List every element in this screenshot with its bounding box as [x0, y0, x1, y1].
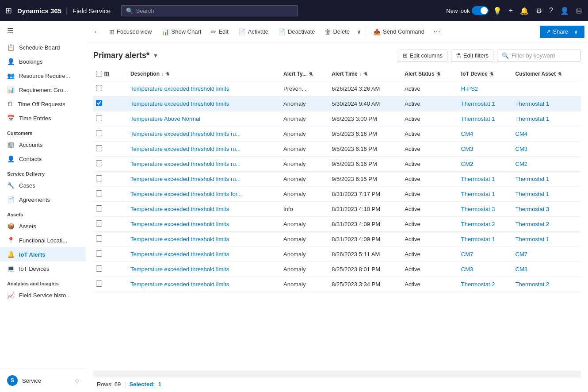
- focused-view-button[interactable]: ⊞ Focused view: [105, 26, 156, 38]
- row-description[interactable]: Temperature exceeded threshold limits: [126, 217, 279, 232]
- user-profile-button[interactable]: 👤: [557, 4, 572, 18]
- row-customer-asset[interactable]: CM3: [511, 142, 581, 157]
- row-checkbox-cell[interactable]: [93, 157, 112, 172]
- help-button[interactable]: ?: [546, 4, 556, 17]
- new-look-toggle[interactable]: [472, 6, 489, 15]
- sidebar-item-functional-locati[interactable]: 📍 Functional Locati...: [0, 233, 86, 247]
- search-input[interactable]: [136, 8, 293, 14]
- row-description[interactable]: Temperature exceeded threshold limits: [126, 262, 279, 277]
- row-checkbox-cell[interactable]: [93, 202, 112, 217]
- row-iot-device[interactable]: Thermostat 2: [457, 217, 511, 232]
- row-description[interactable]: Temperature exceeded threshold limits: [126, 247, 279, 262]
- row-customer-asset[interactable]: Thermostat 2: [511, 277, 581, 292]
- search-bar[interactable]: 🔍: [121, 5, 298, 16]
- row-checkbox-cell[interactable]: [93, 187, 112, 202]
- row-checkbox-cell[interactable]: [93, 172, 112, 187]
- delete-button[interactable]: 🗑 Delete: [320, 26, 354, 38]
- row-checkbox[interactable]: [96, 145, 102, 151]
- row-checkbox-cell[interactable]: [93, 217, 112, 232]
- ellipsis-button[interactable]: ⋯: [430, 25, 444, 38]
- row-iot-device[interactable]: CM4: [457, 127, 511, 142]
- row-checkbox-cell[interactable]: [93, 247, 112, 262]
- sidebar-hamburger[interactable]: ☰: [0, 21, 86, 40]
- sidebar-item-iot-alerts[interactable]: 🔔 IoT Alerts: [0, 247, 86, 261]
- row-checkbox-cell[interactable]: [93, 277, 112, 292]
- header-iot-device[interactable]: IoT Device ⚗: [457, 67, 511, 81]
- row-iot-device[interactable]: CM3: [457, 142, 511, 157]
- row-iot-device[interactable]: Thermostat 3: [457, 202, 511, 217]
- row-description[interactable]: Temperature Above Normal: [126, 111, 279, 127]
- row-checkbox[interactable]: [96, 265, 102, 272]
- row-checkbox-cell[interactable]: [93, 96, 112, 111]
- lightbulb-button[interactable]: 💡: [490, 4, 504, 18]
- row-checkbox[interactable]: [96, 235, 102, 242]
- row-checkbox-cell[interactable]: [93, 142, 112, 157]
- header-select-all[interactable]: ⊞: [93, 67, 112, 81]
- filter-input-wrapper[interactable]: 🔍: [497, 50, 581, 61]
- grid-title-chevron-icon[interactable]: ▼: [153, 53, 158, 59]
- row-description[interactable]: Temperature exceeded threshold limits fo…: [126, 187, 279, 202]
- row-customer-asset[interactable]: Thermostat 1: [511, 96, 581, 111]
- row-checkbox[interactable]: [96, 190, 102, 196]
- sidebar-item-resource-require[interactable]: 👥 Resource Require...: [0, 69, 86, 83]
- horizontal-scrollbar[interactable]: [93, 371, 581, 376]
- sidebar-item-field-service-histo[interactable]: 📈 Field Service histo...: [0, 288, 86, 302]
- header-alert-time[interactable]: Alert Time ↓ ⚗: [327, 67, 400, 81]
- add-button[interactable]: +: [506, 4, 515, 17]
- edit-filters-button[interactable]: ⚗ Edit filters: [451, 50, 493, 61]
- row-iot-device[interactable]: Thermostat 1: [457, 111, 511, 127]
- sidebar-item-time-entries[interactable]: 📅 Time Entries: [0, 111, 86, 125]
- activate-button[interactable]: 📄 Activate: [234, 26, 273, 38]
- row-customer-asset[interactable]: Thermostat 1: [511, 187, 581, 202]
- row-customer-asset[interactable]: Thermostat 2: [511, 217, 581, 232]
- row-description[interactable]: Temperature exceeded threshold limits: [126, 202, 279, 217]
- filter-keyword-input[interactable]: [512, 52, 576, 59]
- header-alert-status[interactable]: Alert Status ⚗: [400, 67, 457, 81]
- row-checkbox-cell[interactable]: [93, 232, 112, 247]
- show-chart-button[interactable]: 📊 Show Chart: [157, 26, 206, 38]
- sidebar-item-iot-devices[interactable]: 💻 IoT Devices: [0, 261, 86, 276]
- row-checkbox-cell[interactable]: [93, 111, 112, 127]
- row-checkbox[interactable]: [96, 220, 102, 227]
- row-customer-asset[interactable]: Thermostat 1: [511, 111, 581, 127]
- row-iot-device[interactable]: CM7: [457, 247, 511, 262]
- row-description[interactable]: Temperature exceeded threshold limits ru…: [126, 157, 279, 172]
- waffle-icon[interactable]: ⊞: [4, 4, 14, 17]
- row-iot-device[interactable]: Thermostat 2: [457, 277, 511, 292]
- row-customer-asset[interactable]: CM3: [511, 262, 581, 277]
- row-checkbox[interactable]: [96, 175, 102, 181]
- row-checkbox[interactable]: [96, 115, 102, 121]
- notifications-button[interactable]: 🔔: [517, 4, 531, 18]
- row-checkbox-cell[interactable]: [93, 127, 112, 142]
- row-customer-asset[interactable]: Thermostat 3: [511, 202, 581, 217]
- row-checkbox[interactable]: [96, 281, 102, 287]
- edit-button[interactable]: ✏ Edit: [206, 26, 233, 38]
- row-description[interactable]: Temperature exceeded threshold limits: [126, 232, 279, 247]
- row-iot-device[interactable]: Thermostat 1: [457, 232, 511, 247]
- settings-button[interactable]: ⚙: [533, 4, 545, 18]
- sidebar-item-accounts[interactable]: 🏢 Accounts: [0, 138, 86, 152]
- sidebar-bottom-service[interactable]: S Service ◇: [0, 372, 86, 389]
- row-checkbox[interactable]: [96, 85, 102, 91]
- row-description[interactable]: Temperature exceeded threshold limits ru…: [126, 142, 279, 157]
- send-command-button[interactable]: 📤 Send Command: [369, 26, 429, 38]
- select-all-checkbox[interactable]: [96, 71, 102, 77]
- sidebar-item-assets[interactable]: 📦 Assets: [0, 219, 86, 233]
- back-button[interactable]: ←: [90, 25, 104, 38]
- row-description[interactable]: Temperature exceeded threshold limits ru…: [126, 172, 279, 187]
- row-description[interactable]: Temperature exceeded threshold limits ru…: [126, 127, 279, 142]
- row-iot-device[interactable]: CM3: [457, 262, 511, 277]
- row-description[interactable]: Temperature exceeded threshold limits: [126, 96, 279, 111]
- sidebar-item-schedule-board[interactable]: 📋 Schedule Board: [0, 40, 86, 54]
- sidebar-item-bookings[interactable]: 👤 Bookings: [0, 54, 86, 69]
- row-iot-device[interactable]: Thermostat 1: [457, 96, 511, 111]
- row-customer-asset[interactable]: CM2: [511, 157, 581, 172]
- sidebar-item-contacts[interactable]: 👤 Contacts: [0, 152, 86, 166]
- sidebar-item-cases[interactable]: 🔧 Cases: [0, 178, 86, 192]
- row-checkbox[interactable]: [96, 205, 102, 211]
- row-iot-device[interactable]: Thermostat 1: [457, 172, 511, 187]
- sidebar-item-time-off[interactable]: 🗓 Time Off Requests: [0, 97, 86, 111]
- row-checkbox-cell[interactable]: [93, 262, 112, 277]
- row-customer-asset[interactable]: CM7: [511, 247, 581, 262]
- header-customer-asset[interactable]: Customer Asset ⚗: [511, 67, 581, 81]
